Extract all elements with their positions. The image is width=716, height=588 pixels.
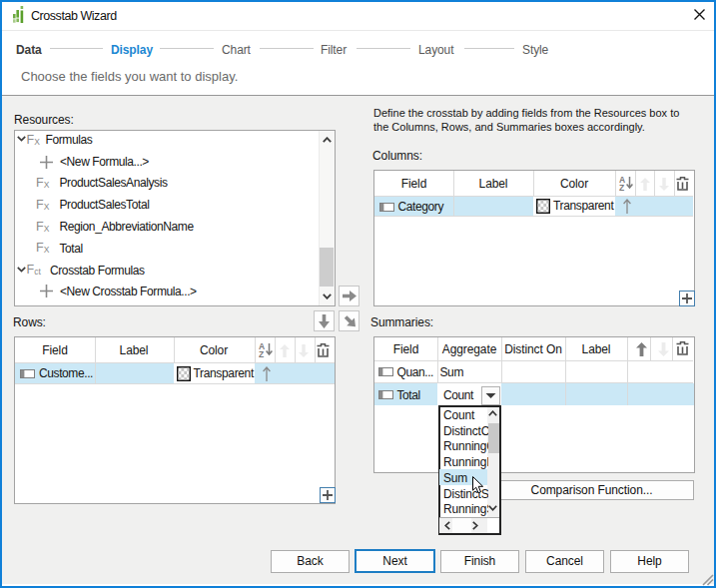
svg-text:Z: Z <box>619 183 624 191</box>
svg-text:Z: Z <box>259 349 264 357</box>
